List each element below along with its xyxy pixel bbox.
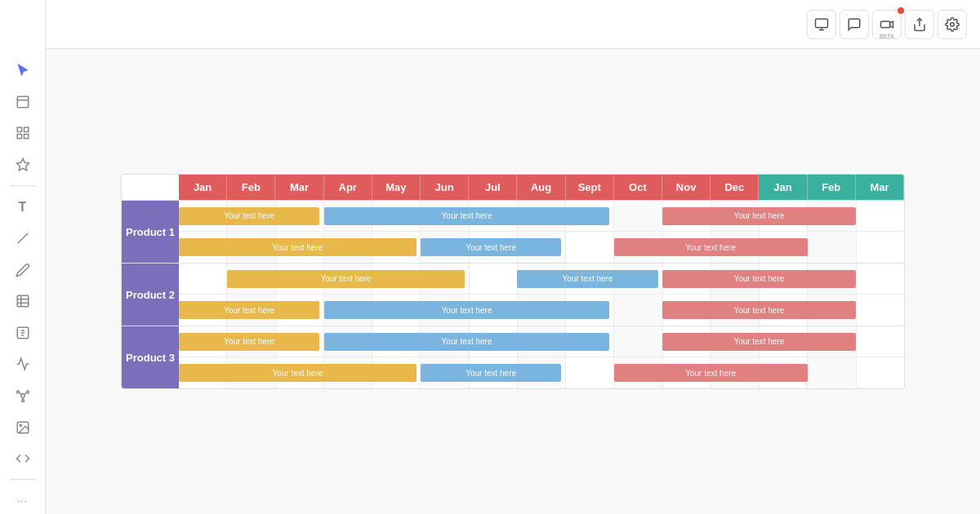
top-toolbar: BETA [0,0,980,49]
month-header-5: Jun [421,175,469,200]
month-header-1: Feb [227,175,275,200]
left-sidebar: T ··· [0,0,46,514]
sidebar-draw[interactable] [8,256,38,283]
sidebar-page[interactable] [8,89,38,116]
bar-0-0-1: Your text here [324,207,610,225]
video-button[interactable]: BETA [872,10,902,39]
beta-label: BETA [880,33,894,39]
month-header-0: Jan [179,175,227,200]
sidebar-table[interactable] [8,288,38,315]
bar-container-0-1: Your text hereYour text hereYour text he… [179,232,904,263]
gantt-header: JanFebMarAprMayJunJulAugSeptOctNovDecJan… [122,175,904,200]
svg-marker-11 [16,159,29,171]
bar-1-1-1: Your text here [324,301,610,319]
svg-rect-0 [816,19,828,28]
svg-rect-5 [17,96,29,108]
sidebar-widgets[interactable] [8,120,38,147]
sidebar-text[interactable]: T [8,193,38,220]
bar-0-0-0: Your text here [179,207,319,225]
month-header-3: Apr [324,175,372,200]
gantt-rows-area-product1: Your text hereYour text hereYour text he… [179,201,904,263]
month-header-12: Jan [759,175,807,200]
svg-point-19 [16,391,19,393]
svg-point-4 [951,22,955,26]
svg-line-23 [24,392,26,394]
gantt-body: Product 1Your text hereYour text hereYou… [122,200,904,388]
bar-container-0-0: Your text hereYour text hereYour text he… [179,201,904,231]
svg-line-22 [19,392,21,394]
product-row-group-product1: Product 1Your text hereYour text hereYou… [122,200,904,263]
bar-container-2-0: Your text hereYour text hereYour text he… [179,326,904,357]
bar-2-1-1: Your text here [421,364,561,382]
gantt-row-0-1: Your text hereYour text hereYour text he… [179,232,904,263]
sidebar-network[interactable] [8,383,38,410]
bar-2-1-0: Your text here [179,364,416,382]
sidebar-line[interactable] [8,225,38,252]
svg-point-26 [20,424,21,426]
sidebar-embed[interactable] [8,445,38,472]
bar-1-0-2: Your text here [662,270,856,288]
bar-2-0-1: Your text here [324,333,610,351]
product-row-group-product3: Product 3Your text hereYour text hereYou… [122,326,904,388]
svg-point-21 [21,399,24,401]
bar-container-2-1: Your text hereYour text hereYour text he… [179,357,904,388]
month-header-7: Aug [517,175,565,200]
svg-rect-8 [24,128,28,132]
comment-button[interactable] [840,10,869,39]
svg-rect-13 [17,295,29,307]
svg-rect-1 [881,21,890,28]
bar-0-1-1: Your text here [421,238,561,256]
sidebar-chart[interactable] [8,351,38,378]
bar-1-1-0: Your text here [179,301,319,319]
sidebar-image[interactable] [8,414,38,441]
bar-2-0-2: Your text here [662,333,856,351]
gantt-rows-area-product2: Your text hereYour text hereYour text he… [179,264,904,326]
gantt-row-1-1: Your text hereYour text hereYour text he… [179,295,904,326]
svg-rect-10 [24,135,28,139]
product-label-product1: Product 1 [122,201,179,263]
month-header-6: Jul [469,175,517,200]
bar-container-1-0: Your text hereYour text hereYour text he… [179,264,904,294]
month-header-4: May [372,175,421,200]
svg-rect-7 [17,128,21,132]
bar-1-1-2: Your text here [662,301,856,319]
bar-0-0-2: Your text here [662,207,856,225]
product-row-group-product2: Product 2Your text hereYour text hereYou… [122,263,904,326]
gantt-row-2-1: Your text hereYour text hereYour text he… [179,357,904,388]
month-header-14: Mar [856,175,904,200]
bar-container-1-1: Your text hereYour text hereYour text he… [179,295,904,326]
month-header-13: Feb [808,175,856,200]
gantt-row-2-0: Your text hereYour text hereYour text he… [179,326,904,357]
month-header-11: Dec [710,175,759,200]
bar-2-1-2: Your text here [614,364,808,382]
screen-button[interactable] [807,10,836,39]
gantt-row-0-0: Your text hereYour text hereYour text he… [179,201,904,232]
bar-1-0-0: Your text here [227,270,465,288]
product-label-product3: Product 3 [122,326,179,388]
settings-button[interactable] [938,10,967,39]
share-button[interactable] [905,10,934,39]
bar-1-0-1: Your text here [517,270,657,288]
sidebar-more[interactable]: ··· [8,487,38,514]
sidebar-divider-1 [10,185,36,186]
month-header-10: Nov [662,175,710,200]
gantt-row-1-0: Your text hereYour text hereYour text he… [179,264,904,295]
sidebar-note[interactable] [8,320,38,347]
gantt-chart: JanFebMarAprMayJunJulAugSeptOctNovDecJan… [121,174,905,389]
bar-0-1-0: Your text here [179,238,416,256]
month-header-9: Oct [614,175,662,200]
svg-line-12 [18,233,28,243]
month-header-2: Mar [275,175,323,200]
bar-0-1-2: Your text here [614,238,808,256]
product-label-product2: Product 2 [122,264,179,326]
main-content: JanFebMarAprMayJunJulAugSeptOctNovDecJan… [46,49,980,514]
svg-point-20 [26,391,29,393]
sidebar-divider-2 [10,479,36,480]
svg-rect-9 [17,135,21,139]
bar-2-0-0: Your text here [179,333,319,351]
sidebar-star[interactable] [8,152,38,179]
month-header-8: Sept [566,175,614,200]
svg-marker-2 [890,21,893,28]
gantt-rows-area-product3: Your text hereYour text hereYour text he… [179,326,904,388]
sidebar-cursor[interactable] [8,57,38,84]
